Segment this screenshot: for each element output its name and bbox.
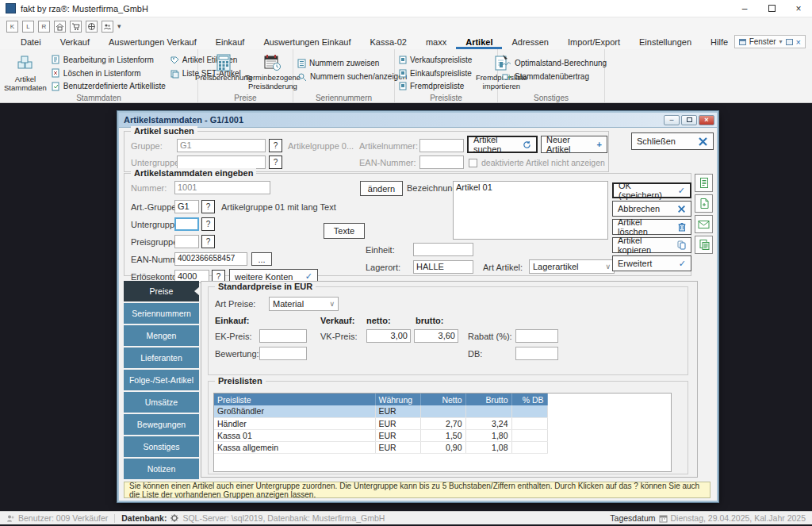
tab-einkauf[interactable]: Einkauf bbox=[206, 36, 255, 49]
preisberechnung-button[interactable]: Preisberechnung bbox=[202, 52, 245, 92]
tab-seriennummern[interactable]: Seriennummern bbox=[124, 303, 199, 324]
chevron-down-icon[interactable]: ▾ bbox=[779, 38, 783, 45]
gruppe-lookup-button[interactable]: ? bbox=[269, 139, 282, 152]
fremdpreisliste-button[interactable]: Fremdpreisliste bbox=[399, 80, 472, 92]
benutzerdefinierte-artikelliste-button[interactable]: Benutzerdefinierte Artikelliste bbox=[52, 80, 166, 92]
dialog-title-bar[interactable]: Artikelstammdaten - G1/1001 – × bbox=[119, 113, 717, 128]
tab-verkauf[interactable]: Verkauf bbox=[51, 36, 99, 49]
nummern-suchen-button[interactable]: Nummern suchen/anzeigen bbox=[297, 71, 390, 83]
dialog-close-button[interactable]: × bbox=[699, 115, 714, 125]
nummer-input[interactable]: 1001 bbox=[174, 181, 270, 194]
ek-preis-input[interactable] bbox=[259, 329, 307, 343]
tab-mengen[interactable]: Mengen bbox=[124, 325, 199, 346]
table-row[interactable]: GroßhändlerEUR bbox=[214, 405, 547, 417]
artikel-suchen-button[interactable]: Artikel suchen bbox=[467, 136, 538, 153]
preislisten-listview[interactable]: Preisliste Währung Netto Brutto % DB Gro… bbox=[213, 393, 672, 472]
qat-overflow-icon[interactable]: ▾ bbox=[117, 22, 121, 30]
vk-brutto-input[interactable]: 3,60 bbox=[414, 329, 458, 343]
nummern-zuweisen-button[interactable]: Nummern zuweisen bbox=[297, 57, 390, 69]
search-gruppe-input[interactable]: G1 bbox=[177, 139, 266, 152]
tab-einstellungen[interactable]: Einstellungen bbox=[630, 36, 701, 49]
ean-input[interactable]: 4002366658457 bbox=[174, 252, 247, 266]
terminbezogene-preisaenderung-button[interactable]: Terminbezogene Preisänderung bbox=[250, 52, 296, 92]
bezeichnung-textarea[interactable]: Artikel 01 bbox=[453, 181, 608, 240]
abbrechen-button[interactable]: Abbrechen bbox=[612, 201, 691, 217]
tab-notizen[interactable]: Notizen bbox=[124, 459, 199, 479]
erweitert-button[interactable]: Erweitert✓ bbox=[612, 255, 691, 271]
preisgruppe-input[interactable] bbox=[174, 235, 199, 248]
tab-lieferanten[interactable]: Lieferanten bbox=[124, 347, 199, 368]
untergruppe-input[interactable] bbox=[174, 217, 199, 231]
table-row[interactable]: Kassa 01EUR 1,501,80 bbox=[214, 429, 547, 441]
dialog-minimize-button[interactable]: – bbox=[664, 115, 680, 125]
untergruppe-lookup-button[interactable]: ? bbox=[201, 217, 215, 231]
home-icon[interactable] bbox=[54, 21, 66, 33]
maximize-button[interactable] bbox=[758, 0, 785, 17]
search-artikelnummer-input[interactable] bbox=[419, 139, 464, 152]
close-button[interactable]: × bbox=[785, 0, 812, 17]
globe-icon[interactable] bbox=[86, 21, 98, 33]
stammdatenuebertrag-button[interactable]: Stammdatenübertrag bbox=[502, 71, 600, 83]
close-window-icon[interactable]: × bbox=[796, 37, 801, 47]
search-ean-input[interactable] bbox=[419, 155, 464, 169]
tab-import-export[interactable]: Import/Export bbox=[558, 36, 630, 49]
artgruppe-lookup-button[interactable]: ? bbox=[201, 200, 215, 213]
doc-r-icon[interactable]: R bbox=[38, 21, 50, 33]
art-preise-select[interactable]: Material∨ bbox=[269, 297, 339, 311]
restore-icon[interactable] bbox=[786, 39, 793, 45]
artikel-stammdaten-button[interactable]: Artikel Stammdaten bbox=[4, 52, 47, 92]
doc-text-icon-button[interactable] bbox=[695, 174, 713, 192]
artgruppe-input[interactable]: G1 bbox=[174, 200, 199, 213]
artikel-kopieren-button[interactable]: Artikel kopieren bbox=[612, 237, 691, 253]
aendern-button[interactable]: ändern bbox=[360, 181, 403, 196]
table-row[interactable]: HändlerEUR 2,703,24 bbox=[214, 417, 547, 429]
bewertung-input[interactable] bbox=[259, 347, 307, 360]
tab-maxx[interactable]: maxx bbox=[416, 36, 456, 49]
tab-datei[interactable]: Datei bbox=[11, 36, 51, 49]
texte-button[interactable]: Texte bbox=[324, 223, 365, 239]
users-icon[interactable] bbox=[102, 21, 113, 33]
doc-l-icon[interactable]: L bbox=[22, 21, 34, 33]
preisgruppe-lookup-button[interactable]: ? bbox=[201, 235, 215, 248]
fenster-control[interactable]: Fenster ▾ × bbox=[734, 35, 806, 48]
schliessen-button[interactable]: Schließen bbox=[631, 132, 714, 150]
search-untergruppe-input[interactable] bbox=[177, 155, 266, 169]
untergruppe-lookup-button[interactable]: ? bbox=[269, 155, 282, 169]
tab-hilfe[interactable]: Hilfe bbox=[701, 36, 737, 49]
ean-more-button[interactable]: ... bbox=[251, 252, 272, 266]
tab-folge-set-artikel[interactable]: Folge-/Set-Artikel bbox=[124, 370, 199, 390]
envelope-icon-button[interactable] bbox=[695, 215, 713, 233]
tab-bewegungen[interactable]: Bewegungen bbox=[124, 414, 199, 435]
artikel-loeschen-button[interactable]: Artikel löschen bbox=[612, 219, 691, 235]
tab-adressen[interactable]: Adressen bbox=[502, 36, 557, 49]
lagerort-input[interactable]: HALLE bbox=[413, 260, 473, 274]
rabatt-input[interactable] bbox=[515, 329, 558, 343]
verkaufspreisliste-button[interactable]: Verkaufspreisliste bbox=[399, 54, 472, 66]
tab-artikel[interactable]: Artikel bbox=[456, 36, 502, 49]
loeschen-listenform-button[interactable]: Löschen in Listenform bbox=[52, 67, 166, 79]
vk-netto-input[interactable]: 3,00 bbox=[366, 329, 411, 343]
doc-print-icon-button[interactable] bbox=[695, 236, 713, 254]
deaktivierte-artikel-checkbox[interactable] bbox=[469, 159, 477, 167]
db-input[interactable] bbox=[515, 347, 558, 360]
tab-auswertungen-verkauf[interactable]: Auswertungen Verkauf bbox=[99, 36, 206, 49]
doc-k-icon[interactable]: K bbox=[6, 21, 18, 33]
bearbeitung-listenform-button[interactable]: Bearbeitung in Listenform bbox=[52, 54, 166, 66]
tab-auswertungen-einkauf[interactable]: Auswertungen Einkauf bbox=[254, 36, 360, 49]
art-artikel-select[interactable]: Lagerartikel∨ bbox=[529, 259, 615, 274]
dialog-maximize-button[interactable] bbox=[681, 115, 697, 125]
einheit-input[interactable] bbox=[413, 243, 473, 256]
ok-speichern-button[interactable]: OK (speichern)✓ bbox=[612, 182, 691, 198]
optimalstand-berechnung-button[interactable]: Optimalstand-Berechnung bbox=[502, 57, 600, 69]
tab-umsaetze[interactable]: Umsätze bbox=[124, 392, 199, 413]
minimize-button[interactable]: – bbox=[731, 0, 758, 17]
table-row[interactable]: Kassa allgemeinEUR 0,901,08 bbox=[214, 441, 547, 453]
tab-kassa-02[interactable]: Kassa-02 bbox=[360, 36, 416, 49]
tab-preise[interactable]: Preise bbox=[124, 281, 199, 301]
einkaufspreisliste-button[interactable]: Einkaufspreisliste bbox=[399, 67, 472, 79]
cart-icon[interactable] bbox=[70, 21, 82, 33]
neuer-artikel-button[interactable]: Neuer Artikel + bbox=[541, 136, 607, 153]
tab-sonstiges[interactable]: Sonstiges bbox=[124, 436, 199, 457]
hint-bar: Sie können einen Artikel auch einer Unte… bbox=[124, 482, 710, 498]
doc-add-icon-button[interactable] bbox=[695, 194, 713, 213]
